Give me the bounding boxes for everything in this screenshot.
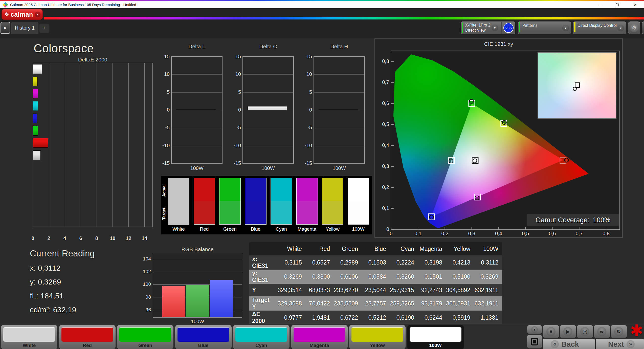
calman-app-window: Calman 2025 Calman Ultimate for Business… [0,0,644,349]
axis-tick-label: 104 [141,256,151,262]
pattern-button-label: White [1,343,57,348]
calman-menu-button[interactable]: ❖ calman ▼ [2,9,43,20]
gridline [153,272,242,272]
meter-count-badge[interactable]: 235 [503,23,514,33]
axis-tick-label: -10 [231,143,241,148]
close-button[interactable]: ✕ [626,1,644,8]
tab-scroll-button[interactable]: ▶ [1,22,10,34]
table-cell: 233,6270 [334,284,362,296]
table-cell: 304,5892 [446,284,474,296]
pattern-button-label: Green [117,343,173,348]
gear-icon: ⚙ [630,24,638,32]
actual-swatch [168,178,189,201]
delta-bar [176,110,216,110]
axis-tick-label: 4 [60,235,70,241]
swatch-stack [194,178,215,225]
collapse-toolbar-button[interactable]: ◀ [642,21,644,34]
table-cell: 0,6244 [418,311,446,325]
refresh-icon: ↻ [614,327,623,336]
swatch-stack [296,178,318,225]
add-tab-button[interactable]: + [39,23,50,33]
measure-series-button[interactable]: [··] [577,325,593,338]
pattern-button-yellow[interactable]: Yellow [349,325,406,349]
axis-tick-label: 0 [302,107,312,113]
gridline [243,92,293,93]
table-row: Y329,351468,0373233,627023,5044257,93159… [249,284,502,296]
gridline [153,259,242,259]
restore-button[interactable] [609,1,626,8]
gridline [113,63,113,227]
gridline [65,63,65,227]
delta-h-chart: Delta H 151050-5-10-15 100W [314,43,365,175]
pattern-button-white[interactable]: White [1,325,57,349]
pattern-button-label: Magenta [291,343,348,348]
pattern-window-button[interactable] [527,335,542,348]
rgb-bar-red [162,286,185,318]
stop-button[interactable]: ■ [543,325,559,338]
gridline [97,63,97,227]
table-cell: 0,9777 [277,311,305,325]
gridline [144,63,145,227]
table-cell: 0,5212 [362,311,390,325]
table-row-label: x: CIE31 [249,255,277,270]
target-swatch [219,201,240,224]
rainbow-stripe [44,17,644,19]
target-swatch [168,201,189,224]
continuous-measure-button[interactable]: ∞ [594,325,610,338]
meter-dropdown[interactable]: X-Rite i1Pro 2 Direct View ▼ 235 [461,21,515,34]
meter-name: X-Rite i1Pro 2 [465,23,491,28]
play-button[interactable]: ▶ [560,325,576,338]
calman-logo-icon: ❖ [4,11,9,18]
axis-tick-label: 0,8 [377,58,389,64]
axis-tick-label: -10 [302,143,312,148]
swatch-stack [348,178,369,225]
swatch-label: 100W [348,226,369,232]
table-row: y: CIE310,32690,33000,61060,05840,32600,… [249,270,502,284]
pattern-button-magenta[interactable]: Magenta [291,325,348,349]
swatch-column-green: Green [219,178,241,232]
table-cell: 0,3269 [277,270,305,284]
table-cell: 0,3198 [418,255,446,270]
table-row: ΔE 20000,97771,94810,67220,52120,61900,6… [249,311,502,325]
pattern-options-button[interactable]: ▲ [527,325,542,334]
settings-button[interactable]: ⚙ [628,21,640,34]
target-swatch [271,201,292,224]
actual-swatch [219,178,240,201]
swatch-label: Red [194,226,215,232]
gridline [243,74,293,75]
play-icon: ▶ [4,26,7,30]
patterns-label: Patterns [522,23,538,28]
refresh-button[interactable]: ↻ [611,325,627,338]
table-cell: 329,3514 [277,284,305,296]
swatch-label: Yellow [322,226,343,232]
table-cell: 23,7757 [362,296,390,311]
pattern-swatch [410,327,461,342]
next-button[interactable]: Next » [596,339,644,349]
axis-tick-label: 0,6 [545,231,560,236]
gridline [314,146,364,146]
table-cell: 0,3115 [277,255,305,270]
tab-label: History 1 [15,25,35,31]
patterns-dropdown[interactable]: Patterns ▼ [518,21,571,34]
pattern-button-cyan[interactable]: Cyan [233,325,290,349]
actual-swatch [297,178,318,201]
actual-swatch [194,178,215,201]
table-cell: 0,3260 [390,270,418,284]
back-button[interactable]: « Back [543,339,595,349]
pattern-button-label: Yellow [349,343,406,348]
stop-icon: ■ [546,327,556,336]
axis-tick-label: 0,4 [491,231,506,236]
rgb-balance-chart: RGB Balance 1041021009896 100W [153,246,242,322]
minimize-button[interactable]: – [591,1,609,8]
table-cell: 0,5919 [446,311,474,325]
tab-history-1[interactable]: History 1 [11,22,38,34]
pattern-button-100w[interactable]: 100W [407,325,464,349]
axis-tick-label: 0,7 [572,231,587,236]
table-column-header: Red [305,242,334,255]
axis-tick-label: 15 [231,54,241,59]
display-control-dropdown[interactable]: Direct Display Control ▼ [573,21,626,34]
pattern-button-blue[interactable]: Blue [175,325,232,349]
pattern-button-green[interactable]: Green [117,325,173,349]
pattern-button-red[interactable]: Red [59,325,116,349]
table-column-header: Magenta [418,242,446,255]
